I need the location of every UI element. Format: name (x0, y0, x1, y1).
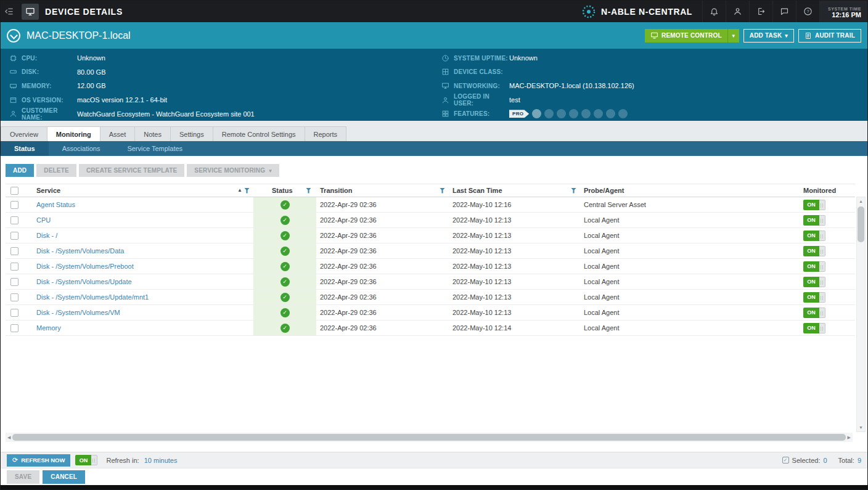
horizontal-scrollbar-thumb[interactable] (12, 434, 845, 441)
sub-tab[interactable]: Service Templates (113, 141, 196, 156)
monitored-toggle[interactable]: ON (803, 292, 825, 303)
toggle-knob (819, 246, 825, 256)
auto-refresh-toggle[interactable]: ON (75, 455, 97, 465)
audit-trail-button[interactable]: AUDIT TRAIL (798, 29, 861, 43)
table-row: Disk - /System/Volumes/VM 2022-Apr-29 02… (6, 305, 855, 321)
chevron-down-icon (269, 167, 272, 174)
create-service-template-button[interactable]: CREATE SERVICE TEMPLATE (79, 164, 184, 177)
row-checkbox[interactable] (10, 263, 18, 271)
transition-column-header[interactable]: Transition (320, 187, 353, 194)
sidebar-collapse-icon (4, 7, 14, 16)
sidebar-collapse-button[interactable] (1, 1, 17, 22)
status-column-header[interactable]: Status (272, 187, 293, 194)
row-checkbox[interactable] (10, 201, 18, 209)
info-label: LOGGED IN USER: (454, 93, 509, 107)
system-time-label: SYSTEM TIME (828, 7, 861, 11)
tab[interactable]: Settings (170, 126, 213, 141)
scroll-left-arrow-icon[interactable]: ◀ (7, 435, 10, 440)
user-account-button[interactable] (726, 1, 749, 22)
monitored-toggle[interactable]: ON (803, 323, 825, 333)
probe-agent-column-header[interactable]: Probe/Agent (580, 187, 796, 194)
service-monitoring-button[interactable]: SERVICE MONITORING (187, 164, 279, 177)
total-stat: Total: 9 (838, 457, 861, 464)
monitored-toggle[interactable]: ON (803, 246, 825, 256)
service-link[interactable]: Disk - / (36, 232, 57, 239)
vertical-scrollbar[interactable]: ▲ ▼ (856, 197, 866, 432)
table-row: Agent Status 2022-Apr-29 02:36 2022-May-… (6, 197, 855, 213)
collapse-device-panel-button[interactable] (7, 29, 20, 43)
probe-agent-value: Local Agent (580, 324, 796, 332)
play-icon (594, 109, 603, 118)
tab-bar: OverviewMonitoringAssetNotesSettingsRemo… (1, 121, 867, 141)
service-link[interactable]: Disk - /System/Volumes/VM (36, 309, 120, 316)
chat-button[interactable] (772, 1, 796, 22)
status-filter-icon[interactable] (306, 188, 311, 194)
scroll-down-arrow-icon[interactable]: ▼ (859, 423, 863, 431)
sub-tab[interactable]: Associations (49, 141, 114, 156)
service-link[interactable]: Disk - /System/Volumes/Update/mnt1 (36, 293, 149, 301)
monitored-toggle[interactable]: ON (803, 200, 825, 210)
monitored-toggle[interactable]: ON (803, 277, 825, 287)
save-button[interactable]: SAVE (7, 470, 39, 484)
add-button[interactable]: ADD (6, 164, 34, 177)
scroll-up-arrow-icon[interactable]: ▲ (859, 197, 863, 205)
last-scan-filter-icon[interactable] (571, 188, 576, 194)
row-checkbox[interactable] (10, 293, 18, 301)
monitored-toggle[interactable]: ON (803, 215, 825, 226)
toggle-on-label: ON (803, 200, 819, 210)
refresh-interval-link[interactable]: 10 minutes (144, 457, 178, 464)
notifications-button[interactable] (702, 1, 726, 22)
sort-ascending-icon[interactable] (237, 188, 242, 193)
service-link[interactable]: Disk - /System/Volumes/Preboot (36, 263, 134, 270)
tab[interactable]: Overview (1, 126, 47, 141)
info-label: DEVICE CLASS: (454, 68, 509, 75)
sub-tab[interactable]: Status (1, 141, 49, 156)
probe-agent-value: Local Agent (580, 247, 796, 255)
row-checkbox[interactable] (10, 247, 18, 255)
monitored-toggle[interactable]: ON (803, 261, 825, 272)
row-checkbox[interactable] (10, 232, 18, 240)
tab[interactable]: Asset (100, 126, 135, 141)
logout-button[interactable] (749, 1, 772, 22)
tab[interactable]: Monitoring (47, 126, 100, 141)
service-link[interactable]: Agent Status (36, 201, 75, 208)
last-scan-column-header[interactable]: Last Scan Time (452, 187, 502, 194)
tab[interactable]: Remote Control Settings (213, 126, 305, 141)
last-scan-value: 2022-May-10 12:13 (452, 263, 511, 270)
monitored-toggle[interactable]: ON (803, 308, 825, 318)
table-row: CPU 2022-Apr-29 02:36 2022-May-10 12:13 … (6, 213, 855, 228)
selected-stat: Selected: 0 (782, 457, 827, 464)
service-link[interactable]: Disk - /System/Volumes/Data (36, 247, 124, 255)
add-task-button[interactable]: ADD TASK (743, 29, 794, 43)
service-link[interactable]: Disk - /System/Volumes/Update (36, 278, 132, 285)
service-link[interactable]: Memory (36, 324, 61, 332)
status-ok-icon (280, 231, 290, 240)
delete-button[interactable]: DELETE (36, 164, 76, 177)
cancel-button[interactable]: CANCEL (43, 470, 85, 484)
tab[interactable]: Reports (305, 126, 347, 141)
row-checkbox[interactable] (10, 278, 18, 286)
row-checkbox[interactable] (10, 309, 18, 317)
device-header: MAC-DESKTOP-1.local REMOTE CONTROL ADD T… (1, 22, 867, 49)
service-link[interactable]: CPU (36, 216, 51, 224)
globe-icon (544, 109, 554, 118)
select-all-checkbox[interactable] (10, 187, 18, 195)
last-scan-value: 2022-May-10 12:13 (452, 247, 511, 255)
remote-control-dropdown-button[interactable] (727, 29, 739, 43)
help-button[interactable]: ? (796, 1, 819, 22)
refresh-now-button[interactable]: REFRESH NOW (7, 454, 70, 467)
form-action-bar: SAVE CANCEL (1, 468, 867, 485)
service-filter-icon[interactable] (244, 188, 250, 194)
scroll-right-arrow-icon[interactable]: ▶ (848, 435, 851, 440)
remote-control-button[interactable]: REMOTE CONTROL (645, 29, 727, 43)
horizontal-scrollbar[interactable]: ◀ ▶ (6, 433, 853, 442)
vertical-scrollbar-thumb[interactable] (858, 206, 864, 242)
status-ok-icon (280, 200, 290, 210)
tab[interactable]: Notes (134, 126, 170, 141)
probe-agent-value: Local Agent (580, 263, 796, 270)
row-checkbox[interactable] (10, 324, 18, 332)
row-checkbox[interactable] (10, 216, 18, 224)
service-column-header[interactable]: Service (36, 187, 60, 194)
transition-filter-icon[interactable] (440, 188, 445, 194)
monitored-toggle[interactable]: ON (803, 231, 825, 241)
